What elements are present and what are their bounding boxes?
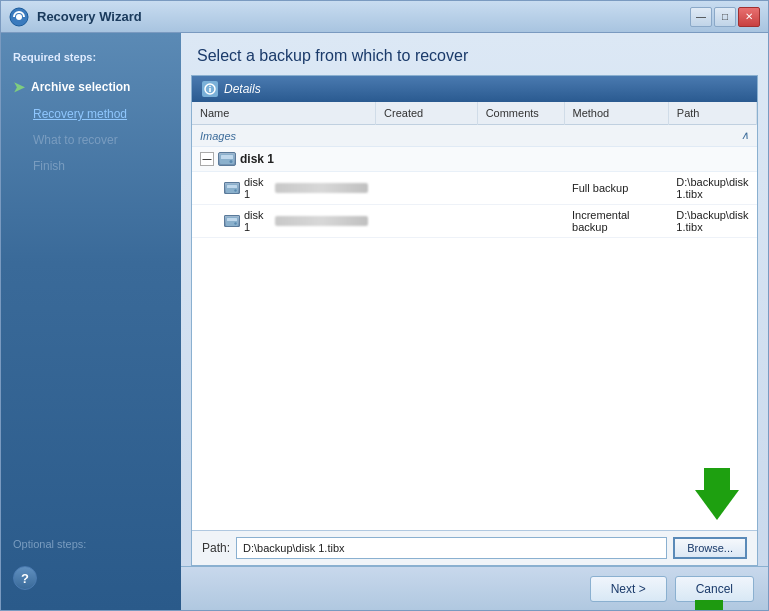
row1-method: Full backup	[564, 172, 668, 205]
svg-point-1	[16, 14, 22, 20]
optional-steps-label: Optional steps:	[1, 530, 181, 558]
path-bar: Path: Browse...	[192, 530, 757, 565]
arrow-stem	[704, 468, 730, 490]
col-method: Method	[564, 102, 668, 125]
row2-comments	[477, 205, 564, 238]
arrow-head	[695, 490, 739, 520]
images-group-row: Images ∧	[192, 125, 757, 147]
images-collapse-btn[interactable]: ∧	[668, 125, 756, 147]
disk-group-row[interactable]: — disk 1	[192, 147, 757, 172]
row1-name-inner: disk 1	[200, 176, 368, 200]
path-input[interactable]	[236, 537, 667, 559]
green-arrow-wrapper	[695, 468, 739, 520]
row2-name-cell: disk 1	[192, 205, 376, 238]
sidebar-item-finish: Finish	[1, 153, 181, 179]
right-panel: Select a backup from which to recover De…	[181, 33, 768, 610]
app-icon	[9, 7, 29, 27]
minimize-button[interactable]: —	[690, 7, 712, 27]
table-spacer	[192, 316, 757, 530]
svg-point-13	[234, 222, 236, 224]
row2-disk-icon	[224, 215, 240, 227]
collapse-icon[interactable]: —	[200, 152, 214, 166]
close-button[interactable]: ✕	[738, 7, 760, 27]
svg-point-10	[234, 189, 236, 191]
svg-point-7	[230, 160, 233, 163]
recovery-method-label: Recovery method	[33, 107, 127, 121]
active-arrow-icon: ➤	[13, 79, 25, 95]
row1-disk-icon	[224, 182, 240, 194]
path-label: Path:	[202, 541, 230, 555]
disk-icon	[218, 152, 236, 166]
details-header: Details	[192, 76, 757, 102]
row1-created-blurred	[275, 183, 368, 193]
row2-method: Incremental backup	[564, 205, 668, 238]
row2-path: D:\backup\disk 1.tibx	[668, 205, 756, 238]
details-title: Details	[224, 82, 261, 96]
table-area[interactable]: Name Created Comments Method Path Images	[192, 102, 757, 316]
row2-created-blurred	[275, 216, 368, 226]
sidebar-item-recovery-method[interactable]: Recovery method	[1, 101, 181, 127]
svg-rect-12	[227, 218, 237, 221]
maximize-button[interactable]: □	[714, 7, 736, 27]
table-row[interactable]: disk 1 Full backup D:\backup\disk 1.tibx	[192, 172, 757, 205]
row1-name-cell: disk 1	[192, 172, 376, 205]
green-arrow-inner	[695, 468, 739, 520]
finish-label: Finish	[33, 159, 65, 173]
browse-button[interactable]: Browse...	[673, 537, 747, 559]
details-icon	[202, 81, 218, 97]
col-comments: Comments	[477, 102, 564, 125]
svg-point-4	[209, 86, 211, 88]
row1-name: disk 1	[244, 176, 271, 200]
cancel-button[interactable]: Cancel	[675, 576, 754, 602]
row1-created	[376, 172, 478, 205]
next-button[interactable]: Next >	[590, 576, 667, 602]
sidebar: Required steps: ➤ Archive selection Reco…	[1, 33, 181, 610]
help-button[interactable]: ?	[13, 566, 37, 590]
disk-group-name: disk 1	[240, 152, 274, 166]
window-title: Recovery Wizard	[37, 9, 142, 24]
what-to-recover-label: What to recover	[33, 133, 118, 147]
footer: Next > Cancel	[181, 566, 768, 610]
table-header-row: Name Created Comments Method Path	[192, 102, 757, 125]
table-row[interactable]: disk 1 Incremental backup D:\backup\disk…	[192, 205, 757, 238]
col-created: Created	[376, 102, 478, 125]
titlebar-left: Recovery Wizard	[9, 7, 142, 27]
row2-name-inner: disk 1	[200, 209, 368, 233]
main-content: Required steps: ➤ Archive selection Reco…	[1, 33, 768, 610]
col-name: Name	[192, 102, 376, 125]
row1-comments	[477, 172, 564, 205]
svg-rect-6	[221, 155, 233, 159]
titlebar: Recovery Wizard — □ ✕	[1, 1, 768, 33]
backup-table: Name Created Comments Method Path Images	[192, 102, 757, 238]
disk-group-label: — disk 1	[200, 152, 749, 166]
col-path: Path	[668, 102, 756, 125]
images-label: Images	[192, 125, 668, 147]
row2-name: disk 1	[244, 209, 271, 233]
details-container: Details Name Created Comments Method Pat…	[191, 75, 758, 566]
archive-selection-label: Archive selection	[31, 80, 130, 94]
recovery-wizard-window: Recovery Wizard — □ ✕ Required steps: ➤ …	[0, 0, 769, 611]
row2-created	[376, 205, 478, 238]
disk-group-cell: — disk 1	[192, 147, 757, 172]
sidebar-item-what-to-recover: What to recover	[1, 127, 181, 153]
panel-header-title: Select a backup from which to recover	[181, 33, 768, 75]
sidebar-item-archive-selection[interactable]: ➤ Archive selection	[1, 73, 181, 101]
row1-path: D:\backup\disk 1.tibx	[668, 172, 756, 205]
titlebar-buttons: — □ ✕	[690, 7, 760, 27]
sidebar-required-label: Required steps:	[1, 45, 181, 73]
svg-rect-9	[227, 185, 237, 188]
